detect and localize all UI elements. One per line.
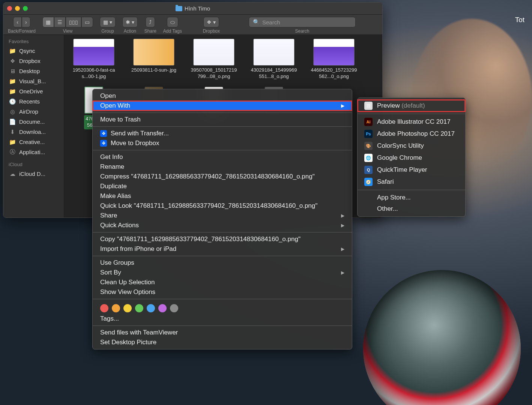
tag-gray[interactable]	[170, 304, 178, 312]
ctx-compress[interactable]: Compress "47681711_1629885633779402_7861…	[93, 172, 352, 182]
ctx-set-desktop[interactable]: Set Desktop Picture	[93, 338, 352, 347]
sidebar-item-documents[interactable]: 📄Docume...	[3, 117, 64, 127]
dropbox-icon: ❖	[100, 130, 107, 137]
forward-button[interactable]: ›	[22, 17, 30, 27]
dropbox-icon: ❖	[100, 140, 107, 147]
ctx-get-info[interactable]: Get Info	[93, 152, 352, 162]
ctx-teamviewer[interactable]: Send files with TeamViewer	[93, 328, 352, 338]
file-thumbnail	[193, 39, 234, 66]
tag-yellow[interactable]	[123, 304, 132, 312]
separator	[93, 150, 352, 150]
close-button[interactable]	[7, 6, 12, 11]
safari-icon: 🧭	[364, 178, 373, 186]
tag-blue[interactable]	[147, 304, 155, 312]
tag-orange[interactable]	[112, 304, 120, 312]
sidebar[interactable]: Favorites 📁Qsync ❖Dropbox 🖥Desktop 📁Visu…	[3, 35, 64, 218]
sidebar-item-applications[interactable]: ⒶApplicati...	[3, 147, 64, 157]
sub-appstore[interactable]: App Store...	[358, 192, 465, 203]
ctx-rename[interactable]: Rename	[93, 162, 352, 172]
group-group: ▦ ▾ Group	[100, 17, 116, 34]
tag-purple[interactable]	[158, 304, 167, 312]
sidebar-item-visual[interactable]: 📁Visual_B...	[3, 76, 64, 86]
search-label: Search	[295, 28, 310, 34]
sub-photoshop[interactable]: PsAdobe Photoshop CC 2017	[358, 128, 465, 140]
sub-preview[interactable]: 🖼 Preview (default)	[358, 100, 465, 112]
file-item[interactable]: 44684520_15723299562...0_o.png	[310, 39, 358, 80]
ctx-sort-by[interactable]: Sort By▶	[93, 268, 352, 278]
list-view-button[interactable]: ☰	[54, 17, 66, 27]
photoshop-icon: Ps	[364, 130, 373, 138]
share-group: ⤴ Share	[144, 17, 156, 34]
gallery-view-button[interactable]: ▭	[81, 17, 93, 27]
minimize-button[interactable]	[15, 6, 20, 11]
search-group: 🔍 Search Search	[227, 17, 378, 34]
downloads-icon: ⬇	[9, 129, 16, 135]
chrome-icon: 🌐	[364, 154, 373, 162]
sidebar-item-qsync[interactable]: 📁Qsync	[3, 46, 64, 56]
view-group: ▦ ☰ ▯▯▯ ▭ View	[42, 17, 93, 34]
column-view-button[interactable]: ▯▯▯	[66, 17, 81, 27]
separator	[93, 256, 352, 256]
share-button[interactable]: ⤴	[146, 17, 155, 27]
search-input[interactable]: 🔍 Search	[249, 17, 356, 27]
ctx-tags[interactable]: Tags...	[93, 314, 352, 324]
tag-red[interactable]	[100, 304, 108, 312]
ctx-use-groups[interactable]: Use Groups	[93, 258, 352, 268]
folder-icon	[176, 6, 182, 11]
sidebar-item-icloud[interactable]: ☁iCloud D...	[3, 169, 64, 179]
ctx-open[interactable]: Open	[93, 91, 352, 101]
file-item[interactable]: 39507008_15017219799...08_o.png	[189, 39, 238, 80]
ctx-share[interactable]: Share▶	[93, 211, 352, 220]
file-item[interactable]: 43029184_15499969551...8_o.png	[249, 39, 298, 80]
menubar-fragment: Tot	[515, 16, 524, 24]
chevron-right-icon: ▶	[341, 223, 344, 228]
separator	[358, 190, 465, 190]
ctx-quick-actions[interactable]: Quick Actions▶	[93, 220, 352, 230]
ctx-clean-up[interactable]: Clean Up Selection	[93, 278, 352, 287]
action-button[interactable]: ✱ ▾	[122, 17, 138, 27]
zoom-button[interactable]	[23, 6, 28, 11]
window-title: Hình Timo	[176, 5, 210, 12]
illustrator-icon: Ai	[364, 118, 373, 126]
dropbox-icon: ❖	[9, 58, 16, 64]
sub-chrome[interactable]: 🌐Google Chrome	[358, 152, 465, 164]
tag-color-row	[93, 301, 352, 314]
ctx-copy[interactable]: Copy "47681711_1629885633779402_78615203…	[93, 234, 352, 244]
chevron-right-icon: ▶	[341, 213, 344, 218]
ctx-send-transfer[interactable]: ❖Send with Transfer...	[93, 129, 352, 138]
sub-other[interactable]: Other...	[358, 203, 465, 214]
sidebar-header-favorites: Favorites	[3, 37, 64, 46]
sub-illustrator[interactable]: AiAdobe Illustrator CC 2017	[358, 116, 465, 128]
file-item[interactable]: 25093811-0-sun-.jpg	[129, 39, 178, 80]
ctx-show-view[interactable]: Show View Options	[93, 287, 352, 297]
group-button[interactable]: ▦ ▾	[100, 17, 116, 27]
sidebar-item-creative[interactable]: 📁Creative...	[3, 137, 64, 147]
dropbox-button[interactable]: ❖ ▾	[203, 17, 219, 27]
add-tags-button[interactable]: ⬭	[167, 17, 178, 27]
tag-green[interactable]	[135, 304, 143, 312]
ctx-quick-look[interactable]: Quick Look "47681711_1629885633779402_78…	[93, 201, 352, 211]
ctx-make-alias[interactable]: Make Alias	[93, 191, 352, 201]
sub-colorsync[interactable]: 🎨ColorSync Utility	[358, 140, 465, 152]
sub-quicktime[interactable]: QQuickTime Player	[358, 164, 465, 176]
sub-safari[interactable]: 🧭Safari	[358, 176, 465, 188]
icon-view-button[interactable]: ▦	[42, 17, 54, 27]
sidebar-item-downloads[interactable]: ⬇Downloa...	[3, 127, 64, 137]
ctx-open-with[interactable]: Open With▶	[93, 101, 352, 111]
sidebar-item-onedrive[interactable]: 📁OneDrive	[3, 86, 64, 96]
file-item[interactable]: 19520306-0-fast-cas...00-1.jpg	[69, 39, 118, 80]
sidebar-item-recents[interactable]: 🕓Recents	[3, 96, 64, 106]
icloud-icon: ☁	[9, 171, 16, 177]
quicktime-icon: Q	[364, 166, 373, 174]
sidebar-item-airdrop[interactable]: ◎AirDrop	[3, 106, 64, 117]
ctx-import-iphone[interactable]: Import from iPhone or iPad▶	[93, 244, 352, 254]
ctx-duplicate[interactable]: Duplicate	[93, 182, 352, 191]
back-button[interactable]: ‹	[13, 17, 22, 27]
ctx-move-dropbox[interactable]: ❖Move to Dropbox	[93, 138, 352, 148]
separator	[93, 299, 352, 299]
titlebar[interactable]: Hình Timo	[3, 3, 382, 15]
sidebar-item-dropbox[interactable]: ❖Dropbox	[3, 56, 64, 66]
ctx-move-trash[interactable]: Move to Trash	[93, 115, 352, 124]
separator	[93, 126, 352, 127]
sidebar-item-desktop[interactable]: 🖥Desktop	[3, 66, 64, 76]
